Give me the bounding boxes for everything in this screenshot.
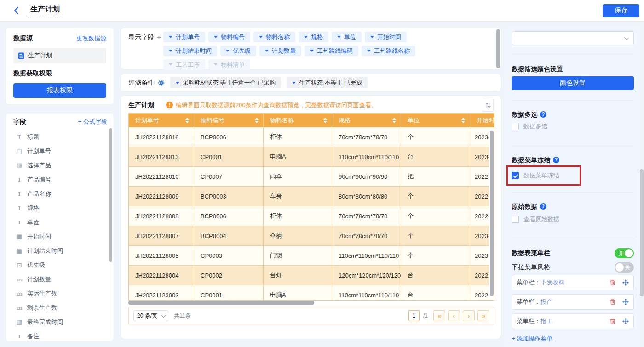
table-cell: CP0001 [194,147,264,166]
field-item[interactable]: 选择产品 [13,158,107,172]
help-icon[interactable] [540,203,546,210]
column-header[interactable]: 物料编号 [194,114,264,127]
dropdown-style-toggle[interactable]: 关 [615,262,634,273]
column-header[interactable]: 单位 [401,114,470,127]
display-field-chip[interactable]: 计划单号 [163,32,205,42]
display-field-chip[interactable]: 工艺路线名称 [362,46,415,56]
field-item[interactable]: 产品编号 [13,172,107,187]
table-cell: 台 [401,147,470,166]
field-item[interactable]: 规格 [13,201,107,215]
field-item-label: 单位 [27,218,39,227]
field-item[interactable]: 标题 [13,130,107,144]
formula-field-link[interactable]: + 公式字段 [78,118,107,126]
table-row[interactable]: JH20221128018BCP0006柜体70cm*70cm*70/70个20… [129,127,494,147]
multi-select-checkbox[interactable] [512,123,519,130]
display-field-chip-disabled[interactable]: 工艺工序 [163,59,205,70]
fields-scrollbar[interactable] [109,128,112,262]
sort-icon[interactable] [323,118,327,123]
table-row[interactable]: JH20221128010CP0007雨伞90cm*90cm*90/90把202… [129,167,494,187]
sort-order-button[interactable] [483,99,494,112]
display-field-chip[interactable]: 工艺路线编码 [305,46,358,56]
menu-bar-item[interactable]: 菜单栏： 报工 [512,313,634,329]
last-page-button[interactable]: » [477,310,489,321]
sort-icon[interactable] [255,118,259,123]
next-page-button[interactable]: › [463,310,475,321]
display-field-chip[interactable]: 规格 [299,32,328,42]
trash-icon[interactable] [610,299,616,305]
table-row[interactable]: JH20221128004CP0002台灯120cm*120cm*120/120… [129,266,494,285]
document-icon [18,52,24,59]
help-icon[interactable] [540,111,546,118]
display-field-chip-disabled[interactable]: 物料清单 [208,59,250,70]
field-item[interactable]: 计划数量 [13,272,107,286]
field-item[interactable]: 最终完成时间 [13,315,107,329]
field-item[interactable]: 计划结束时间 [13,244,107,258]
move-icon[interactable] [622,318,629,324]
color-settings-button[interactable]: 颜色设置 [512,76,634,90]
column-header[interactable]: 物料名称 [264,114,332,127]
caret-down-icon [367,50,371,52]
sort-icon[interactable] [461,118,465,123]
display-field-chip[interactable]: 开始时间 [365,32,407,42]
move-icon[interactable] [622,279,629,286]
page-scrollbar[interactable] [640,169,644,296]
sort-icon[interactable] [392,118,396,123]
table-cell: 70cm*70cm*70/70 [332,127,401,147]
field-type-icon [15,333,23,339]
field-item-label: 标题 [27,133,39,141]
change-datasource-link[interactable]: 更改数据源 [76,34,106,43]
display-field-chip[interactable]: 优先级 [220,46,256,56]
page-size-select[interactable]: 20 条/页 [133,310,168,321]
menubar-toggle[interactable]: 开 [615,248,634,258]
table-row[interactable]: JH20221128013CP0001电脑A110cm*110cm*110/11… [129,147,494,167]
help-icon[interactable] [553,157,559,163]
prev-page-button[interactable]: ‹ [448,310,460,321]
field-item[interactable]: 产品名称 [13,187,107,201]
add-menu-link[interactable]: + 添加操作菜单 [512,335,634,343]
display-field-chip[interactable]: 物料编号 [208,32,250,42]
back-icon[interactable] [13,6,20,15]
datasource-item[interactable]: 生产计划 [13,48,106,63]
sort-icon[interactable] [185,118,189,123]
column-header[interactable]: 计划单号 [129,114,194,127]
freeze-checkbox[interactable] [512,172,519,179]
table-horizontal-scrollbar[interactable] [128,301,314,305]
field-item[interactable]: 备注 [13,329,107,341]
page-number-input[interactable]: 1 [408,310,420,321]
display-field-chip[interactable]: 物料名称 [253,32,295,42]
column-header[interactable]: 规格 [332,114,401,127]
datasource-title: 数据源 [13,34,33,43]
settings-dropdown[interactable] [512,31,634,45]
field-item[interactable]: 优先级 [13,258,107,272]
field-item[interactable]: 计划单号 [13,144,107,158]
table-row[interactable]: JH20221128007BCP0004伞柄70cm*70cm*70/70个20… [129,226,494,246]
field-item[interactable]: 剩余生产数 [13,301,107,315]
filter-chip[interactable]: 采购耗材状态 等于任意一个 已采购 [170,77,281,88]
table-row[interactable]: JH20221128005CP0003门锁110cm*110cm*110/110… [129,246,494,266]
raw-data-checkbox[interactable] [512,216,519,223]
trash-icon[interactable] [610,279,616,286]
move-icon[interactable] [622,299,629,305]
field-item[interactable]: 开始时间 [13,229,107,244]
menu-bar-item[interactable]: 菜单栏： 投产 [512,294,634,310]
column-header[interactable]: 开始时间 [470,114,494,127]
table-row[interactable]: JH20221128008BCP0006柜体70cm*70cm*70/70个20… [129,206,494,226]
filter-chip[interactable]: 生产状态 不等于 已完成 [287,77,368,88]
table-row[interactable]: JH20221128009BCP0003车身80cm*80cm*80/80个20… [129,187,494,206]
field-item[interactable]: 单位 [13,215,107,229]
field-item[interactable]: 实际生产数 [13,286,107,301]
add-display-field-icon[interactable]: + [157,33,161,41]
save-button[interactable]: 保存 [603,4,639,17]
trash-icon[interactable] [610,318,616,324]
menu-bar-item[interactable]: 菜单栏： 下发收料 [512,275,634,290]
display-card-scrollbar[interactable] [496,29,500,68]
gear-icon[interactable] [158,80,165,86]
display-field-chip[interactable]: 单位 [332,32,362,42]
table-row[interactable]: JH20221123003CP0001电脑A110cm*110cm*110/11… [129,285,494,301]
first-page-button[interactable]: « [433,310,445,321]
display-field-chip[interactable]: 计划结束时间 [163,46,217,56]
table-vertical-scrollbar[interactable] [490,131,494,296]
report-perm-button[interactable]: 报表权限 [13,83,106,98]
display-field-chip[interactable]: 计划数量 [259,46,301,56]
field-type-icon [15,176,23,182]
